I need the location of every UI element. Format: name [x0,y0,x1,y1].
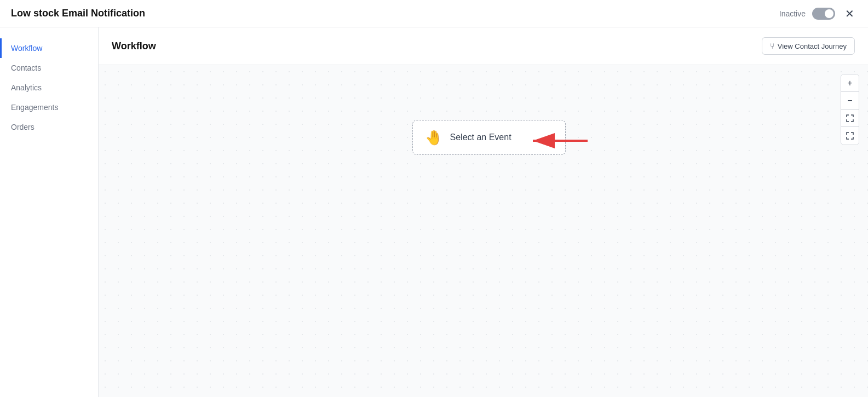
canvas-controls: + − [841,74,859,145]
close-button[interactable]: ✕ [842,6,857,21]
view-contact-journey-label: View Contact Journey [778,42,847,50]
content-area: Workflow ⑂ View Contact Journey 🤚 Select… [99,27,868,397]
app-title: Low stock Email Notification [11,8,145,19]
sidebar-item-contacts[interactable]: Contacts [0,58,98,78]
toggle-track [812,8,835,20]
sidebar-item-orders[interactable]: Orders [0,117,98,137]
select-event-node[interactable]: 🤚 Select an Event [412,120,566,155]
header-right: Inactive ✕ [779,6,857,21]
content-header: Workflow ⑂ View Contact Journey [99,27,868,65]
content-title: Workflow [112,41,156,52]
fork-icon: ⑂ [770,42,774,50]
sidebar-item-workflow[interactable]: Workflow [0,38,98,58]
top-header: Low stock Email Notification Inactive ✕ [0,0,868,27]
event-label: Select an Event [450,133,511,142]
view-contact-journey-button[interactable]: ⑂ View Contact Journey [762,37,855,55]
status-label: Inactive [779,9,806,18]
fit-view-button-1[interactable] [841,110,859,127]
zoom-in-button[interactable]: + [841,74,859,92]
event-icon: 🤚 [425,130,442,145]
active-toggle[interactable] [812,8,835,20]
toggle-thumb [825,9,833,18]
main-layout: Workflow Contacts Analytics Engagements … [0,27,868,397]
sidebar-item-analytics[interactable]: Analytics [0,78,98,97]
fit-view-button-2[interactable] [841,127,859,145]
sidebar-item-engagements[interactable]: Engagements [0,97,98,117]
sidebar: Workflow Contacts Analytics Engagements … [0,27,99,397]
workflow-canvas[interactable]: 🤚 Select an Event + − [99,65,868,397]
zoom-out-button[interactable]: − [841,92,859,110]
